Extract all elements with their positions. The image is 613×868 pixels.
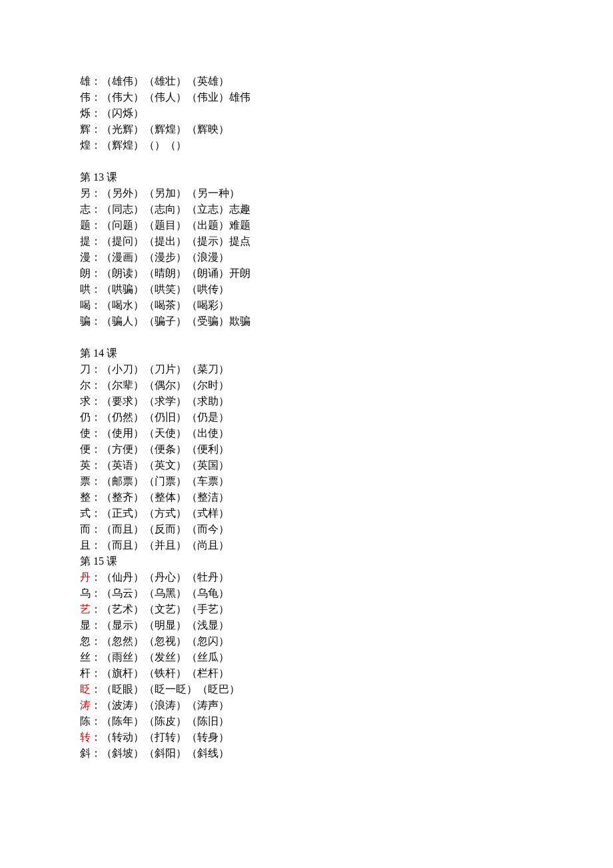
colon: ： bbox=[91, 379, 101, 391]
entry-words: （哄骗）（哄笑）（哄传） bbox=[101, 283, 229, 295]
entry-words: （英语）（英文）（英国） bbox=[101, 459, 229, 471]
colon: ： bbox=[91, 475, 101, 487]
entry-words: （光辉）（辉煌）（辉映） bbox=[101, 123, 229, 135]
entry-words: （眨眼）（眨一眨）（眨巴） bbox=[101, 683, 240, 695]
entry-char: 伟 bbox=[80, 91, 91, 103]
entry-words: （邮票）（门票）（车票） bbox=[101, 475, 229, 487]
entry-char: 煌 bbox=[80, 139, 91, 151]
entry-words: （艺术）（文艺）（手艺） bbox=[101, 603, 229, 615]
colon: ： bbox=[91, 251, 101, 263]
entry-char: 丹 bbox=[80, 571, 91, 583]
entry-extra: 志趣 bbox=[229, 203, 251, 215]
entry-char: 票 bbox=[80, 475, 91, 487]
colon: ： bbox=[91, 75, 101, 87]
entry-words: （仍然）（仍旧）（仍是） bbox=[101, 411, 229, 423]
entry-char: 辉 bbox=[80, 123, 91, 135]
entry-char: 雄 bbox=[80, 75, 91, 87]
colon: ： bbox=[91, 139, 101, 151]
entry-char: 斜 bbox=[80, 747, 91, 759]
entry-char: 陈 bbox=[80, 715, 91, 727]
vocab-entry: 而：（而且）（反而）（而今） bbox=[80, 521, 533, 537]
vocab-entry: 伟：（伟大）（伟人）（伟业）雄伟 bbox=[80, 89, 533, 105]
entry-words: （显示）（明显）（浅显） bbox=[101, 619, 229, 631]
vocab-entry: 票：（邮票）（门票）（车票） bbox=[80, 473, 533, 489]
colon: ： bbox=[91, 491, 101, 503]
vocab-entry: 使：（使用）（天使）（出使） bbox=[80, 425, 533, 441]
entry-words: （方便）（便条）（便利） bbox=[101, 443, 229, 455]
entry-char: 便 bbox=[80, 443, 91, 455]
entry-words: （斜坡）（斜阳）（斜线） bbox=[101, 747, 229, 759]
entry-char: 而 bbox=[80, 523, 91, 535]
vocab-entry: 雄：（雄伟）（雄壮）（英雄） bbox=[80, 73, 533, 89]
entry-char: 刀 bbox=[80, 363, 91, 375]
lesson-header: 第 13 课 bbox=[80, 169, 533, 185]
vocab-entry: 英：（英语）（英文）（英国） bbox=[80, 457, 533, 473]
entry-words: （喝水）（喝茶）（喝彩） bbox=[101, 299, 229, 311]
document-content: 雄：（雄伟）（雄壮）（英雄）伟：（伟大）（伟人）（伟业）雄伟烁：（闪烁）辉：（光… bbox=[80, 73, 533, 761]
entry-char: 求 bbox=[80, 395, 91, 407]
entry-char: 丝 bbox=[80, 651, 91, 663]
entry-words: （朗读）（晴朗）（朗诵） bbox=[101, 267, 229, 279]
vocab-entry: 涛：（波涛）（浪涛）（涛声） bbox=[80, 697, 533, 713]
entry-char: 志 bbox=[80, 203, 91, 215]
entry-words: （整齐）（整体）（整洁） bbox=[101, 491, 229, 503]
entry-words: （伟大）（伟人）（伟业） bbox=[101, 91, 229, 103]
entry-extra: 欺骗 bbox=[229, 315, 251, 327]
vocab-entry: 显：（显示）（明显）（浅显） bbox=[80, 617, 533, 633]
entry-extra: 提点 bbox=[229, 235, 251, 247]
entry-words: （尔辈）（偶尔）（尔时） bbox=[101, 379, 229, 391]
vocab-entry: 陈：（陈年）（陈皮）（陈旧） bbox=[80, 713, 533, 729]
entry-words: （辉煌）（）（） bbox=[101, 139, 187, 151]
vocab-entry: 烁：（闪烁） bbox=[80, 105, 533, 121]
entry-words: （正式）（方式）（式样） bbox=[101, 507, 229, 519]
entry-char: 眨 bbox=[80, 683, 91, 695]
entry-char: 喝 bbox=[80, 299, 91, 311]
lesson-header: 第 14 课 bbox=[80, 345, 533, 361]
vocab-entry: 辉：（光辉）（辉煌）（辉映） bbox=[80, 121, 533, 137]
colon: ： bbox=[91, 747, 101, 759]
entry-char: 烁 bbox=[80, 107, 91, 119]
colon: ： bbox=[91, 219, 101, 231]
colon: ： bbox=[91, 91, 101, 103]
colon: ： bbox=[91, 523, 101, 535]
entry-char: 且 bbox=[80, 539, 91, 551]
entry-words: （忽然）（忽视）（忽闪） bbox=[101, 635, 229, 647]
entry-words: （使用）（天使）（出使） bbox=[101, 427, 229, 439]
vocab-entry: 提：（提问）（提出）（提示）提点 bbox=[80, 233, 533, 249]
colon: ： bbox=[91, 651, 101, 663]
entry-extra: 雄伟 bbox=[229, 91, 251, 103]
vocab-entry: 斜：（斜坡）（斜阳）（斜线） bbox=[80, 745, 533, 761]
vocab-entry: 艺：（艺术）（文艺）（手艺） bbox=[80, 601, 533, 617]
vocab-entry: 煌：（辉煌）（）（） bbox=[80, 137, 533, 153]
vocab-entry: 另：（另外）（另加）（另一种） bbox=[80, 185, 533, 201]
entry-char: 涛 bbox=[80, 699, 91, 711]
vocab-entry: 志：（同志）（志向）（立志）志趣 bbox=[80, 201, 533, 217]
vocab-entry: 骗：（骗人）（骗子）（受骗）欺骗 bbox=[80, 313, 533, 329]
colon: ： bbox=[91, 123, 101, 135]
vocab-entry: 哄：（哄骗）（哄笑）（哄传） bbox=[80, 281, 533, 297]
vocab-entry: 漫：（漫画）（漫步）（浪漫） bbox=[80, 249, 533, 265]
vocab-entry: 杆：（旗杆）（铁杆）（栏杆） bbox=[80, 665, 533, 681]
entry-char: 尔 bbox=[80, 379, 91, 391]
entry-words: （漫画）（漫步）（浪漫） bbox=[101, 251, 229, 263]
colon: ： bbox=[91, 363, 101, 375]
colon: ： bbox=[91, 619, 101, 631]
entry-words: （问题）（题目）（出题） bbox=[101, 219, 229, 231]
colon: ： bbox=[91, 459, 101, 471]
vocab-entry: 刀：（小刀）（刀片）（菜刀） bbox=[80, 361, 533, 377]
colon: ： bbox=[91, 683, 101, 695]
colon: ： bbox=[91, 571, 101, 583]
colon: ： bbox=[91, 667, 101, 679]
entry-words: （而且）（并且）（尚且） bbox=[101, 539, 229, 551]
colon: ： bbox=[91, 699, 101, 711]
entry-char: 提 bbox=[80, 235, 91, 247]
entry-words: （波涛）（浪涛）（涛声） bbox=[101, 699, 229, 711]
entry-extra: 开朗 bbox=[229, 267, 251, 279]
colon: ： bbox=[91, 603, 101, 615]
colon: ： bbox=[91, 731, 101, 743]
entry-char: 漫 bbox=[80, 251, 91, 263]
entry-words: （同志）（志向）（立志） bbox=[101, 203, 229, 215]
entry-words: （小刀）（刀片）（菜刀） bbox=[101, 363, 229, 375]
colon: ： bbox=[91, 507, 101, 519]
entry-words: （雄伟）（雄壮）（英雄） bbox=[101, 75, 229, 87]
